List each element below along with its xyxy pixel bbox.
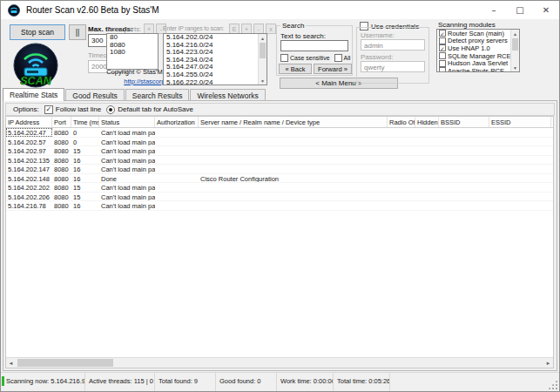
scroll-up-icon[interactable]: ▲ [511, 30, 519, 37]
table-row[interactable]: 5.164.202.135808016Can't load main page [6, 156, 553, 166]
table-cell [199, 201, 388, 210]
table-cell: 5.164.202.57 [6, 138, 52, 146]
scroll-down-icon[interactable]: ▼ [259, 77, 267, 84]
search-input[interactable] [280, 40, 348, 51]
module-checkbox[interactable] [439, 37, 446, 44]
table-cell [199, 138, 388, 146]
scrollbar-thumb[interactable] [260, 43, 266, 58]
column-header[interactable]: BSSID [439, 117, 489, 127]
module-checkbox[interactable]: ✓ [439, 44, 446, 51]
column-header[interactable]: Server name / Realm name / Device type [199, 117, 388, 127]
maximize-button[interactable]: □ [507, 1, 533, 19]
minimize-button[interactable]: – [481, 1, 507, 19]
column-header[interactable]: Status [99, 117, 155, 127]
column-header[interactable]: Port [52, 117, 71, 127]
table-cell [199, 156, 388, 165]
scrollbar-thumb[interactable] [17, 359, 113, 367]
autosave-radio[interactable] [106, 105, 115, 114]
module-item[interactable]: Hudson Java Servlet [437, 59, 510, 67]
module-checkbox[interactable]: ✓ [439, 30, 446, 37]
table-cell [155, 128, 199, 137]
case-sensitive-checkbox[interactable] [280, 54, 288, 62]
table-cell: 8080 [52, 183, 71, 192]
column-header[interactable]: Time (ms) [71, 117, 99, 127]
scrollbar-thumb[interactable] [512, 38, 518, 51]
column-header[interactable]: Radio Off [388, 117, 415, 127]
ip-range-item[interactable]: 5.166.222.0/24 [164, 79, 258, 85]
close-button[interactable]: ✕ [533, 1, 559, 19]
table-cell [155, 156, 199, 165]
pause-button[interactable]: || [69, 24, 86, 40]
back-button[interactable]: « Back [279, 64, 312, 74]
module-item[interactable]: Apache Struts RCE [437, 67, 510, 72]
horizontal-scrollbar[interactable]: ◄ ► [6, 357, 553, 368]
table-row[interactable]: 5.164.202.206808015Can't load main page [6, 193, 553, 202]
module-checkbox[interactable] [439, 60, 446, 67]
module-item[interactable]: ✓Use HNAP 1.0 [437, 44, 510, 52]
module-item[interactable]: ✓Router Scan (main) [437, 30, 510, 37]
table-cell: Can't load main page [99, 156, 155, 165]
scroll-up-icon[interactable]: ▲ [259, 34, 267, 42]
module-checkbox[interactable] [439, 67, 446, 72]
table-cell [439, 128, 489, 137]
ip-ranges-list[interactable]: 5.164.202.0/245.164.216.0/245.164.223.0/… [163, 33, 267, 85]
table-row[interactable]: 5.164.216.78808016Can't load main page [6, 201, 553, 211]
table-cell [439, 193, 489, 201]
ip-list-scrollbar[interactable]: ▲ ▼ [258, 34, 267, 84]
table-cell [199, 146, 388, 155]
resize-grip[interactable] [548, 380, 557, 389]
table-row[interactable]: 5.164.202.4780800Can't load main page [6, 128, 553, 138]
forward-button[interactable]: Forward » [314, 64, 352, 74]
table-row[interactable]: 5.164.202.147808016Can't load main page [6, 165, 553, 174]
column-header[interactable]: Hidden [415, 117, 439, 127]
module-checkbox[interactable] [439, 52, 446, 59]
scroll-right-icon[interactable]: ► [543, 358, 553, 368]
all-checkbox[interactable] [334, 54, 342, 62]
table-row[interactable]: 5.164.202.148808016DoneCisco Router Conf… [6, 174, 553, 184]
table-cell: Can't load main page [99, 165, 155, 173]
table-row[interactable]: 5.164.202.97808015Can't load main page [6, 146, 553, 156]
table-cell: 16 [71, 156, 99, 165]
scan-ports-list[interactable]: 8080801080 [106, 33, 159, 70]
table-cell: Can't load main page [99, 146, 155, 155]
tab-good-results[interactable]: Good Results [65, 89, 125, 101]
table-cell [388, 183, 415, 192]
table-cell [415, 183, 439, 192]
password-field[interactable]: qwerty [361, 61, 425, 72]
scroll-down-icon[interactable]: ▼ [511, 64, 519, 71]
column-header[interactable]: Authorization [155, 117, 199, 127]
scroll-left-icon[interactable]: ◄ [6, 358, 16, 368]
table-cell [415, 128, 439, 137]
table-cell: 16 [71, 174, 99, 183]
table-cell [388, 156, 415, 165]
scan-ports-label: Scan ports: [106, 25, 141, 33]
statusbar-section: Good found: 0 [216, 373, 277, 391]
tab-realtime-stats[interactable]: Realtime Stats [3, 88, 64, 101]
table-cell: Can't load main page [99, 128, 155, 137]
tab-wireless-networks[interactable]: Wireless Networks [190, 89, 265, 101]
scan-activity-indicator [2, 376, 4, 386]
tab-search-results[interactable]: Search Results [125, 89, 190, 101]
table-row[interactable]: 5.164.202.202808015Can't load main page [6, 183, 553, 193]
table-row[interactable]: 5.164.202.5780800Can't load main page [6, 138, 553, 147]
column-header[interactable]: ESSID [489, 117, 551, 127]
table-cell [388, 174, 415, 183]
table-cell [439, 183, 489, 192]
statusbar-section: Work time: 0:00:00:18 [277, 373, 334, 391]
port-item[interactable]: 1080 [107, 49, 158, 57]
stop-scan-button[interactable]: Stop scan [10, 24, 65, 40]
table-cell [489, 193, 551, 201]
table-cell: Can't load main page [99, 183, 155, 192]
module-item[interactable]: SQLite Manager RCE [437, 52, 510, 60]
module-item[interactable]: Detect proxy servers [437, 37, 510, 45]
scanning-modules-list[interactable]: ✓Router Scan (main)Detect proxy servers✓… [436, 29, 520, 72]
table-cell [489, 128, 551, 137]
table-cell: 8080 [52, 128, 71, 137]
table-cell: 0 [71, 138, 99, 146]
follow-last-line-checkbox[interactable]: ✓ [44, 105, 53, 114]
table-cell: 8080 [52, 138, 71, 146]
modules-list-scrollbar[interactable]: ▲ ▼ [510, 30, 519, 71]
username-field[interactable]: admin [361, 39, 425, 51]
autosave-label: Default tab for AutoSave [118, 105, 193, 113]
column-header[interactable]: IP Address [6, 117, 52, 127]
